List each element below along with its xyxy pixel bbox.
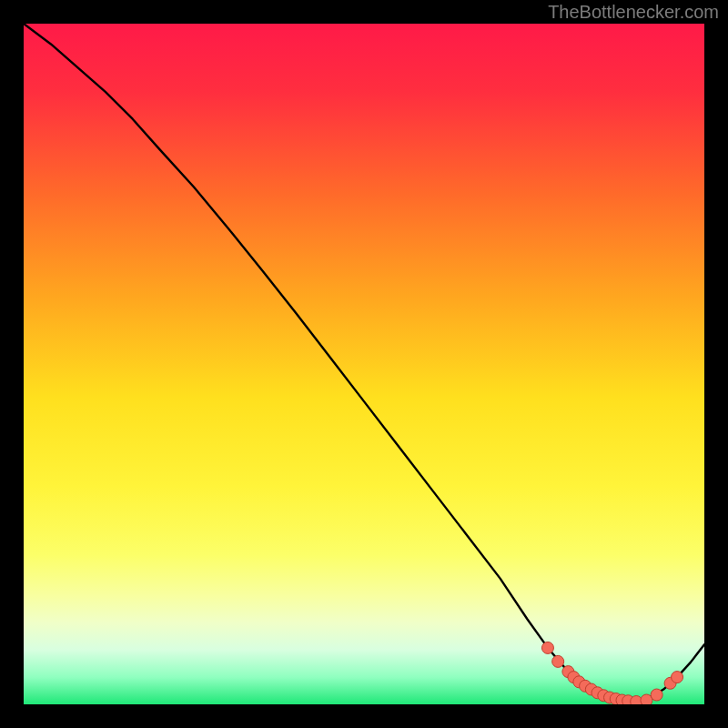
data-marker bbox=[541, 642, 553, 653]
bottleneck-chart bbox=[24, 24, 704, 704]
data-marker bbox=[552, 655, 564, 667]
credit-label: TheBottlenecker.com bbox=[548, 2, 719, 23]
data-marker bbox=[651, 689, 662, 701]
gradient-bg bbox=[24, 24, 704, 704]
chart-frame: TheBottlenecker.com bbox=[0, 0, 728, 728]
data-marker bbox=[672, 672, 683, 683]
